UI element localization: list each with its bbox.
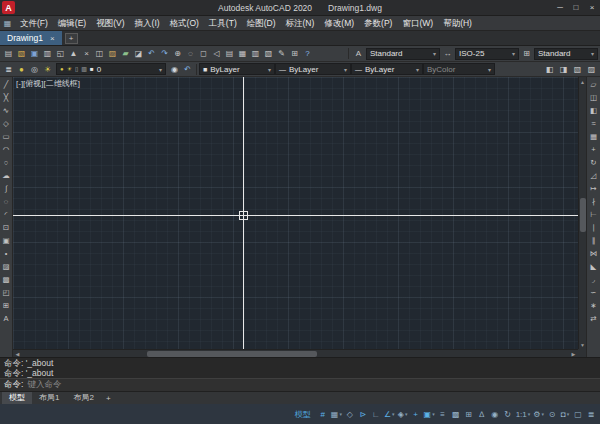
linetype-dropdown[interactable]: — ByLayer — [275, 63, 351, 75]
customization-icon[interactable]: ≣ — [585, 407, 597, 422]
draw-order-above-icon[interactable]: ▧ — [571, 63, 584, 76]
horizontal-scroll-thumb[interactable] — [147, 351, 317, 357]
move-icon[interactable]: + — [587, 143, 600, 156]
vertical-scrollbar[interactable]: ▲ ▼ — [578, 77, 586, 349]
autocad-logo-icon[interactable]: A — [2, 1, 15, 14]
publish-icon[interactable]: ▲ — [67, 47, 80, 60]
selection-cycling-icon[interactable]: ⊞ — [463, 407, 475, 422]
dim-style-dropdown[interactable]: ISO-25 — [455, 48, 519, 60]
draw-order-front-icon[interactable]: ◧ — [543, 63, 556, 76]
make-block-icon[interactable]: ▣ — [0, 234, 13, 247]
ellipse-icon[interactable]: ◌ — [0, 195, 13, 208]
annotation-scale-button[interactable]: 1:1 — [515, 407, 532, 422]
text-style-dropdown[interactable]: Standard — [366, 48, 440, 60]
layer-properties-icon[interactable]: ≣ — [2, 63, 15, 76]
menu-item[interactable]: 文件(F) — [15, 16, 53, 30]
polygon-icon[interactable]: ◇ — [0, 117, 13, 130]
menu-item[interactable]: 参数(P) — [359, 16, 397, 30]
quickcalc-icon[interactable]: ⊞ — [288, 47, 301, 60]
extend-icon[interactable]: ⊢ — [587, 208, 600, 221]
erase-icon[interactable]: ▱ — [587, 78, 600, 91]
object-snap-tracking-icon[interactable]: + — [410, 407, 422, 422]
dim-style-icon[interactable]: ↔ — [441, 47, 454, 60]
offset-icon[interactable]: ≈ — [587, 117, 600, 130]
blend-curves-icon[interactable]: ∽ — [587, 286, 600, 299]
tool-palettes-icon[interactable]: ▥ — [249, 47, 262, 60]
markup-set-manager-icon[interactable]: ✎ — [275, 47, 288, 60]
mirror-icon[interactable]: ◧ — [587, 104, 600, 117]
save-icon[interactable]: ▣ — [28, 47, 41, 60]
revision-cloud-icon[interactable]: ☁ — [0, 169, 13, 182]
menu-item[interactable]: 视图(V) — [91, 16, 129, 30]
align-icon[interactable]: ⇄ — [587, 312, 600, 325]
arc-icon[interactable]: ◠ — [0, 143, 13, 156]
copy-icon[interactable]: ◫ — [93, 47, 106, 60]
menu-item[interactable]: 绘图(D) — [242, 16, 281, 30]
menu-item[interactable]: 帮助(H) — [438, 16, 477, 30]
multiline-text-icon[interactable]: A — [0, 312, 13, 325]
qnew-icon[interactable]: ▤ — [2, 47, 15, 60]
text-style-icon[interactable]: A — [352, 47, 365, 60]
help-icon[interactable]: ? — [301, 47, 314, 60]
gradient-icon[interactable]: ▩ — [0, 273, 13, 286]
open-icon[interactable]: ▧ — [15, 47, 28, 60]
scale-icon[interactable]: ◿ — [587, 169, 600, 182]
break-at-point-icon[interactable]: ∣ — [587, 221, 600, 234]
lineweight-dropdown[interactable]: — ByLayer — [351, 63, 423, 75]
layer-previous-icon[interactable]: ↶ — [181, 63, 194, 76]
layer-freeze-icon[interactable]: ☀ — [41, 63, 54, 76]
redo-icon[interactable]: ↷ — [158, 47, 171, 60]
layer-isolate-icon[interactable]: ◎ — [28, 63, 41, 76]
transparency-icon[interactable]: ▩ — [450, 407, 462, 422]
model-space-button[interactable]: 模型 — [290, 409, 316, 420]
layout-tab[interactable]: 模型 — [2, 392, 32, 404]
object-snap-icon[interactable]: ▣ — [423, 407, 436, 422]
ellipse-arc-icon[interactable]: ◜ — [0, 208, 13, 221]
tab-close-icon[interactable]: × — [50, 34, 55, 43]
annotation-visibility-icon[interactable]: ◉ — [489, 407, 501, 422]
undo-icon[interactable]: ↶ — [145, 47, 158, 60]
menu-item[interactable]: 标注(N) — [281, 16, 320, 30]
plot-preview-icon[interactable]: ◱ — [54, 47, 67, 60]
menu-item[interactable]: 编辑(E) — [53, 16, 91, 30]
minimize-button[interactable]: ─ — [552, 0, 568, 15]
hatch-icon[interactable]: ▨ — [0, 260, 13, 273]
circle-icon[interactable]: ○ — [0, 156, 13, 169]
make-object-layer-current-icon[interactable]: ◉ — [168, 63, 181, 76]
autoscale-icon[interactable]: ↻ — [502, 407, 514, 422]
line-icon[interactable]: ╱ — [0, 78, 13, 91]
point-icon[interactable]: • — [0, 247, 13, 260]
explode-icon[interactable]: ∗ — [587, 299, 600, 312]
isometric-drafting-icon[interactable]: ◈ — [397, 407, 409, 422]
infer-constraints-icon[interactable]: ◇ — [344, 407, 356, 422]
chamfer-icon[interactable]: ◣ — [587, 260, 600, 273]
layer-dropdown[interactable]: ●☀▯▥■ 0 — [56, 63, 166, 75]
polyline-icon[interactable]: ∿ — [0, 104, 13, 117]
dynamic-ucs-icon[interactable]: ∆ — [476, 407, 488, 422]
fillet-icon[interactable]: ◞ — [587, 273, 600, 286]
viewport-controls-label[interactable]: [-][俯视][二维线框] — [16, 78, 80, 89]
grid-icon[interactable]: # — [317, 407, 329, 422]
menu-item[interactable]: 格式(O) — [165, 16, 204, 30]
rotate-icon[interactable]: ↻ — [587, 156, 600, 169]
layout-tab[interactable]: 布局2 — [66, 392, 100, 404]
workspace-switching-icon[interactable]: ⚙ — [532, 407, 545, 422]
block-editor-icon[interactable]: ◪ — [132, 47, 145, 60]
snap-mode-icon[interactable]: ▦ — [330, 407, 343, 422]
menu-item[interactable]: 窗口(W) — [397, 16, 438, 30]
table-style-dropdown[interactable]: Standard — [534, 48, 598, 60]
construction-line-icon[interactable]: ╳ — [0, 91, 13, 104]
break-icon[interactable]: ∥ — [587, 234, 600, 247]
ortho-mode-icon[interactable]: ∟ — [370, 407, 382, 422]
new-tab-button[interactable]: + — [65, 33, 78, 44]
drawing-canvas[interactable]: [-][俯视][二维线框] — [13, 77, 578, 349]
join-icon[interactable]: ⋈ — [587, 247, 600, 260]
annotation-monitor-icon[interactable]: ⊙ — [546, 407, 558, 422]
command-input-row[interactable]: 命令: 键入命令 — [0, 378, 600, 391]
close-button[interactable]: × — [584, 0, 600, 15]
layer-off-icon[interactable]: ● — [15, 63, 28, 76]
layout-tab[interactable]: 布局1 — [32, 392, 66, 404]
horizontal-scrollbar[interactable]: ◀ ▶ — [13, 349, 578, 357]
lineweight-icon[interactable]: ≡ — [437, 407, 449, 422]
pan-icon[interactable]: ⊕ — [171, 47, 184, 60]
